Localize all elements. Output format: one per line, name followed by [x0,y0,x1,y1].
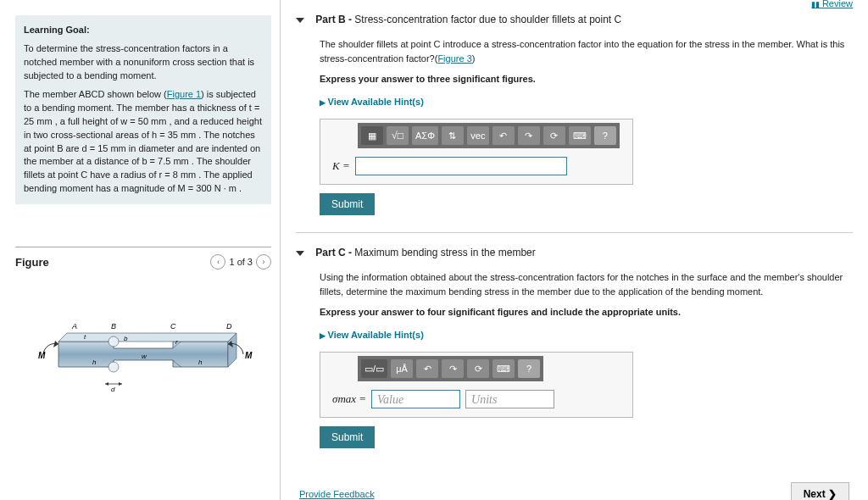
figure-image: M M A B C D t b w h h r d [15,303,271,405]
part-b-hints-toggle[interactable]: View Available Hint(s) [320,95,853,109]
undo-button[interactable]: ↶ [492,126,515,145]
svg-text:A: A [71,322,77,331]
part-b-answer-box: ▦ √□ ΑΣΦ ⇅ vec ↶ ↷ ⟳ ⌨ ? K = [320,119,633,185]
learning-goal-title: Learning Goal: [24,25,90,35]
part-b-section: Part B - Stress-concentration factor due… [296,14,853,233]
part-c-answer-box: ▭/▭ μÅ ↶ ↷ ⟳ ⌨ ? σmax = Value Units [320,352,633,418]
part-c-variable: σmax = [332,391,366,408]
svg-text:h: h [92,358,97,366]
keyboard-button[interactable]: ⌨ [492,359,515,378]
sidebar: Learning Goal: To determine the stress-c… [0,0,280,500]
part-c-section: Part C - Maximum bending stress in the m… [296,247,853,465]
part-c-units-input[interactable]: Units [465,390,554,408]
help-button[interactable]: ? [594,126,616,145]
figure-3-link[interactable]: Figure 3 [437,53,471,64]
svg-text:M: M [38,351,46,360]
templates-button[interactable]: ▦ [361,126,383,145]
svg-text:h: h [198,358,203,366]
svg-point-4 [108,362,119,372]
beam-diagram: M M A B C D t b w h h r d [33,303,253,405]
part-b-toolbar: ▦ √□ ΑΣΦ ⇅ vec ↶ ↷ ⟳ ⌨ ? [358,123,620,148]
reset-button[interactable]: ⟳ [467,359,489,378]
learning-goal-p2: The member ABCD shown below (Figure 1) i… [24,88,263,197]
figure-title: Figure [15,256,49,269]
review-link[interactable]: Review [811,0,853,8]
svg-point-3 [108,336,119,347]
sqrt-button[interactable]: √□ [387,126,409,145]
part-c-submit-button[interactable]: Submit [320,426,375,448]
part-c-header[interactable]: Part C - Maximum bending stress in the m… [296,247,853,258]
part-c-hints-toggle[interactable]: View Available Hint(s) [320,328,853,342]
svg-text:d: d [111,386,115,393]
part-c-express: Express your answer to four significant … [320,305,853,319]
part-c-toolbar: ▭/▭ μÅ ↶ ↷ ⟳ ⌨ ? [358,356,543,381]
main-content: Review Part B - Stress-concentration fac… [280,0,868,500]
svg-text:B: B [111,322,116,331]
keyboard-button[interactable]: ⌨ [569,126,591,145]
svg-marker-5 [53,341,58,347]
part-b-header[interactable]: Part B - Stress-concentration factor due… [296,14,853,25]
prev-figure-button[interactable]: ‹ [210,254,225,269]
caret-down-icon [296,18,304,23]
svg-text:M: M [245,351,253,360]
provide-feedback-link[interactable]: Provide Feedback [299,489,375,499]
redo-button[interactable]: ↷ [518,126,540,145]
part-c-prompt: Using the information obtained about the… [320,270,853,298]
svg-marker-20 [105,382,108,386]
greek-button[interactable]: ΑΣΦ [412,126,438,145]
figure-1-link[interactable]: Figure 1 [167,89,201,99]
help-button[interactable]: ? [518,359,540,378]
undo-button[interactable]: ↶ [416,359,438,378]
svg-text:C: C [170,322,176,331]
part-b-express: Express your answer to three significant… [320,72,853,86]
svg-marker-21 [119,382,122,386]
next-figure-button[interactable]: › [256,254,271,269]
figure-header: Figure ‹ 1 of 3 › [15,247,271,269]
redo-button[interactable]: ↷ [442,359,464,378]
figure-pager: ‹ 1 of 3 › [210,254,271,269]
svg-text:b: b [124,335,128,342]
part-b-input[interactable] [355,157,567,175]
figure-pager-label: 1 of 3 [229,257,253,267]
units-button[interactable]: μÅ [391,359,413,378]
caret-down-icon [296,251,304,256]
svg-text:r: r [175,338,178,346]
part-b-submit-button[interactable]: Submit [320,193,375,215]
svg-text:D: D [226,322,232,331]
learning-goal-box: Learning Goal: To determine the stress-c… [15,15,271,204]
reset-button[interactable]: ⟳ [543,126,565,145]
vec-button[interactable]: vec [467,126,489,145]
arrows-button[interactable]: ⇅ [442,126,464,145]
part-c-value-input[interactable]: Value [371,390,460,408]
part-b-prompt: The shoulder fillets at point C introduc… [320,37,853,65]
next-button[interactable]: Next ❯ [791,482,849,500]
part-b-variable: K = [332,158,350,175]
frac-button[interactable]: ▭/▭ [361,359,387,378]
footer-row: Provide Feedback Next ❯ [296,482,853,500]
learning-goal-p1: To determine the stress-concentration fa… [24,42,263,83]
